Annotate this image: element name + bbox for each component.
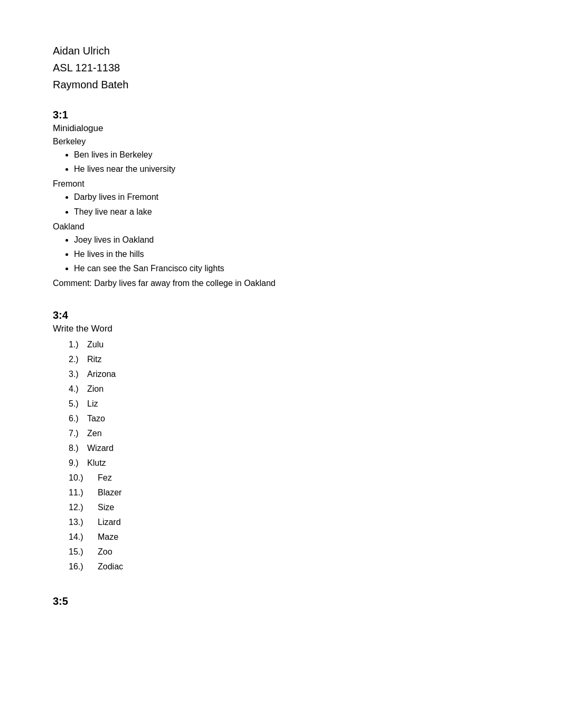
list-item: Darby lives in Fremont (74, 190, 508, 204)
berkeley-label: Berkeley (53, 137, 508, 146)
header-line2: ASL 121-1138 (53, 59, 508, 76)
list-item: He lives near the university (74, 162, 508, 176)
fremont-list: Darby lives in Fremont They live near a … (53, 190, 508, 218)
list-item: 5.)Liz (69, 397, 508, 411)
list-item: 10.)Fez (69, 471, 508, 485)
list-item: 12.)Size (69, 500, 508, 515)
section-35: 3:5 (53, 595, 508, 607)
list-item: Ben lives in Berkeley (74, 148, 508, 162)
oakland-list: Joey lives in Oakland He lives in the hi… (53, 233, 508, 276)
section-31: 3:1 Minidialogue Berkeley Ben lives in B… (53, 109, 508, 288)
list-item: They live near a lake (74, 205, 508, 219)
section-31-number: 3:1 (53, 109, 508, 121)
section-34-number: 3:4 (53, 309, 508, 321)
list-item: 3.)Arizona (69, 367, 508, 382)
list-item: 15.)Zoo (69, 545, 508, 559)
section-34: 3:4 Write the Word 1.)Zulu2.)Ritz3.)Ariz… (53, 309, 508, 574)
header-line1: Aidan Ulrich (53, 42, 508, 59)
list-item: 11.)Blazer (69, 485, 508, 500)
list-item: 14.)Maze (69, 530, 508, 545)
berkeley-list: Ben lives in Berkeley He lives near the … (53, 148, 508, 176)
list-item: 4.)Zion (69, 382, 508, 397)
header-line3: Raymond Bateh (53, 76, 508, 93)
list-item: 8.)Wizard (69, 441, 508, 456)
section-31-title: Minidialogue (53, 123, 508, 134)
list-item: 1.)Zulu (69, 337, 508, 352)
section-35-number: 3:5 (53, 595, 508, 607)
section-34-title: Write the Word (53, 324, 508, 334)
comment-line: Comment: Darby lives far away from the c… (53, 279, 508, 288)
word-list: 1.)Zulu2.)Ritz3.)Arizona4.)Zion5.)Liz6.)… (53, 337, 508, 574)
list-item: 6.)Tazo (69, 411, 508, 426)
list-item: 7.)Zen (69, 426, 508, 441)
list-item: 2.)Ritz (69, 352, 508, 367)
list-item: He can see the San Francisco city lights (74, 261, 508, 275)
header-block: Aidan Ulrich ASL 121-1138 Raymond Bateh (53, 42, 508, 93)
list-item: 16.)Zodiac (69, 559, 508, 574)
list-item: He lives in the hills (74, 247, 508, 261)
oakland-label: Oakland (53, 222, 508, 232)
list-item: 9.)Klutz (69, 456, 508, 471)
list-item: 13.)Lizard (69, 515, 508, 530)
fremont-label: Fremont (53, 179, 508, 189)
list-item: Joey lives in Oakland (74, 233, 508, 247)
